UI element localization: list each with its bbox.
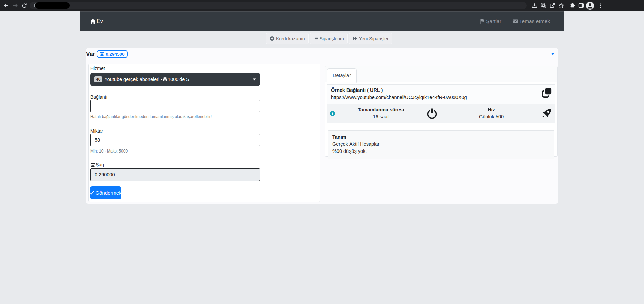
- nav-link-terms[interactable]: Şartlar: [480, 18, 501, 24]
- quantity-label: Miktar: [90, 128, 103, 134]
- check-icon: [90, 190, 94, 195]
- details-body: Örnek Bağlantı ( URL ) https://www.youtu…: [325, 82, 557, 162]
- header-buttons: Kredi kazanın Siparişlerim Yeni Siparişl…: [266, 33, 392, 44]
- info-icon[interactable]: [330, 111, 335, 116]
- copy-icon[interactable]: [542, 87, 552, 98]
- nav-links: Şartlar Temas etmek: [480, 18, 550, 24]
- new-orders-button[interactable]: Yeni Siparişler: [349, 33, 392, 44]
- speed-value: Günlük 500: [441, 113, 541, 120]
- description-label: Tanım: [332, 133, 550, 141]
- site-navbar: Ev Şartlar Temas etmek: [80, 11, 564, 31]
- service-select[interactable]: 46 Youtube gerçek aboneleri - 1000'de 5: [90, 73, 260, 86]
- speed-label: Hız: [441, 106, 541, 113]
- power-icon: [426, 108, 438, 119]
- plus-circle-icon: [270, 36, 275, 41]
- example-link-row: Örnek Bağlantı ( URL ) https://www.youtu…: [327, 84, 555, 104]
- menu-icon[interactable]: [596, 1, 605, 10]
- earn-credit-label: Kredi kazanın: [276, 36, 305, 41]
- forward-icon: [353, 36, 358, 41]
- completion-cell: Tamamlanma süresi 16 saat: [327, 104, 441, 123]
- share-icon[interactable]: [548, 1, 557, 10]
- download-icon[interactable]: [530, 1, 539, 10]
- envelope-icon: [512, 18, 518, 24]
- my-orders-button[interactable]: Siparişlerim: [310, 33, 348, 44]
- service-label: Hizmet: [90, 66, 105, 71]
- speed-cell: Hız Günlük 500: [441, 104, 555, 123]
- example-link-url: https://www.youtube.com/channel/UCJcylqI…: [331, 94, 551, 101]
- nav-brand-label: Ev: [97, 18, 103, 24]
- my-orders-label: Siparişlerim: [320, 36, 344, 41]
- browser-toolbar: [0, 0, 644, 11]
- coins-icon: [90, 162, 95, 167]
- example-link-label: Örnek Bağlantı ( URL ): [331, 87, 551, 94]
- address-bar[interactable]: [30, 2, 527, 9]
- translate-icon[interactable]: [539, 1, 548, 10]
- charge-label-row: Şarj: [90, 162, 104, 167]
- balance-badge: 0,294500: [97, 50, 127, 58]
- home-icon: [90, 18, 96, 25]
- details-card: Detaylar Örnek Bağlantı ( URL ) https://…: [325, 66, 558, 157]
- screen: Ev Şartlar Temas etmek Kredi kazanın: [0, 0, 644, 304]
- balance-amount: 0,294500: [106, 52, 124, 57]
- link-help-text: Hatalı bağlantılar gönderilmeden tamamla…: [90, 114, 212, 119]
- tab-details[interactable]: Detaylar: [327, 68, 357, 83]
- new-orders-label: Yeni Siparişler: [359, 36, 389, 41]
- service-name-prefix: Youtube gerçek aboneleri -: [104, 77, 162, 82]
- service-name-suffix: 1000'de 5: [168, 77, 189, 82]
- balance-label: Var: [86, 51, 95, 58]
- description-box: Tanım Gerçek Aktif Hesaplar %90 düşüş yo…: [328, 130, 554, 159]
- quantity-help-text: Min: 10 - Maks: 5000: [90, 149, 128, 154]
- description-line: %90 düşüş yok.: [332, 148, 550, 155]
- earn-credit-button[interactable]: Kredi kazanın: [266, 33, 309, 44]
- balance-dropdown[interactable]: Var 0,294500: [86, 50, 128, 58]
- details-tab-bar: Detaylar: [325, 66, 557, 82]
- back-icon[interactable]: [2, 1, 11, 10]
- charge-label: Şarj: [96, 162, 104, 167]
- forward-icon[interactable]: [11, 1, 20, 10]
- submit-button[interactable]: Göndermek: [90, 186, 121, 199]
- submit-label: Göndermek: [95, 190, 121, 196]
- nav-link-label: Temas etmek: [519, 18, 550, 24]
- nav-link-label: Şartlar: [486, 18, 501, 24]
- nav-brand-home[interactable]: Ev: [90, 18, 103, 25]
- side-panel-icon[interactable]: [577, 1, 586, 10]
- link-label: Bağlantı: [90, 94, 107, 100]
- completion-label: Tamamlanma süresi: [335, 106, 426, 113]
- list-icon: [313, 36, 318, 41]
- nav-link-contact[interactable]: Temas etmek: [512, 18, 550, 24]
- description-line: Gerçek Aktif Hesaplar: [332, 141, 550, 148]
- reload-icon[interactable]: [20, 1, 29, 10]
- redacted-url: [35, 2, 70, 9]
- coins-icon: [163, 77, 167, 82]
- star-icon[interactable]: [557, 1, 566, 10]
- completion-value: 16 saat: [335, 113, 426, 120]
- flag-icon: [480, 19, 485, 24]
- chevron-down-icon[interactable]: [551, 53, 555, 55]
- link-input[interactable]: [90, 100, 260, 112]
- coins-icon: [100, 52, 104, 56]
- speed-texts: Hız Günlük 500: [441, 106, 541, 120]
- service-id-badge: 46: [94, 76, 102, 82]
- profile-icon[interactable]: [585, 1, 594, 10]
- extensions-icon[interactable]: [568, 1, 577, 10]
- stats-row: Tamamlanma süresi 16 saat Hız Günlük 500: [327, 104, 555, 123]
- chevron-down-icon: [253, 78, 256, 81]
- rocket-icon: [541, 108, 552, 119]
- completion-texts: Tamamlanma süresi 16 saat: [335, 106, 426, 120]
- page-divider: [86, 209, 558, 209]
- charge-input: [90, 168, 260, 181]
- quantity-input[interactable]: [90, 134, 260, 146]
